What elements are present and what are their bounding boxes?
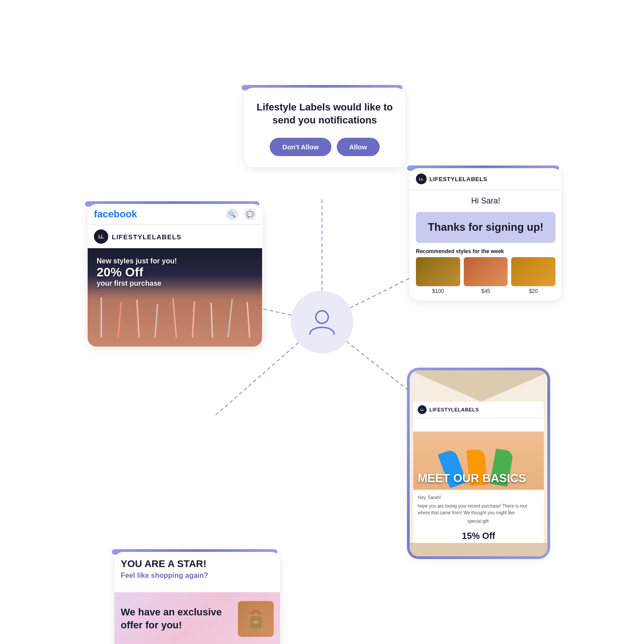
mail-brand-header: LL LIFESTYLELABELS [413,402,544,418]
mail-special: special gift: [418,518,539,525]
search-icon[interactable]: 🔍 [226,208,238,220]
mail-hero: MEET OUR BASICS [413,418,544,490]
sms-card-wrapper: YOU ARE A STAR! Feel like shopping again… [112,549,277,555]
ad-text-overlay: New styles just for you! 20% Off your fi… [97,257,253,288]
facebook-ad-image: New styles just for you! 20% Off your fi… [88,248,262,347]
email-thanks: Thanks for signing up! [425,221,547,234]
mail-hero-text: MEET OUR BASICS [418,471,539,485]
facebook-ad-wrapper: facebook 🔍 💬 LL LIFESTYLELABELS [85,201,259,207]
mail-discount: 15% Off [413,529,544,543]
mail-brand-logo: LL [418,405,427,414]
sms-header: YOU ARE A STAR! Feel like shopping again… [114,552,280,592]
mail-content: Hey, Sarah! hope you are loving your rec… [413,490,544,529]
sms-you-are-star: YOU ARE A STAR! [121,558,274,570]
email-signup-card: LL LIFESTYLELABELS Hi Sara! Thanks for s… [410,168,562,301]
email-greeting: Hi Sara! [410,190,562,212]
allow-button[interactable]: Allow [337,138,380,156]
mail-brand-name: LIFESTYLELABELS [429,407,479,412]
facebook-ad-card: facebook 🔍 💬 LL LIFESTYLELABELS [88,204,262,347]
sms-offer-section: We have an exclusive offer for you! [114,592,280,644]
notification-card: Lifestyle Labels would like to send you … [244,88,405,167]
mail-greeting: Hey, Sarah! [418,494,539,501]
product-skirt-price: $45 [464,288,508,294]
ad-new-styles: New styles just for you! [97,257,253,265]
direct-mail-card: LL LIFESTYLELABELS MEET OUR BASICS Hey, … [410,370,547,556]
notification-card-wrapper: Lifestyle Labels would like to send you … [242,85,402,90]
product-skirt-img [464,257,508,286]
mail-body: hope you are loving your recent purchase… [418,503,539,516]
messenger-icon[interactable]: 💬 [244,208,256,220]
facebook-logo: facebook [94,208,137,220]
envelope-flap [410,370,547,402]
notification-title: Lifestyle Labels would like to send you … [255,101,394,127]
facebook-header: facebook 🔍 💬 [88,204,262,225]
email-header: LL LIFESTYLELABELS [410,168,562,190]
notification-buttons: Don't Allow Allow [255,138,394,156]
email-recommended: Recommended styles for the week [410,243,562,257]
facebook-brand-row: LL LIFESTYLELABELS [88,225,262,248]
facebook-icons: 🔍 💬 [226,208,256,220]
email-product-shoes: $100 [416,257,460,294]
svg-rect-8 [254,621,258,623]
product-hat-price: $20 [511,288,555,294]
dont-allow-button[interactable]: Don't Allow [270,138,331,156]
direct-mail-wrapper: LL LIFESTYLELABELS MEET OUR BASICS Hey, … [407,368,550,559]
person-avatar [291,291,353,353]
mail-letter: LL LIFESTYLELABELS MEET OUR BASICS Hey, … [413,402,544,543]
product-hat-img [511,257,555,286]
email-product-hat: $20 [511,257,555,294]
brand-name-fb: LIFESTYLELABELS [112,233,182,241]
envelope-bottom [410,543,547,556]
clothes-rack [92,293,258,338]
sms-feel-shopping: Feel like shopping again? [121,572,274,580]
sms-card: YOU ARE A STAR! Feel like shopping again… [114,552,280,644]
email-product-skirt: $45 [464,257,508,294]
sms-bag-image [238,601,274,637]
ad-first-purchase: your first purchase [97,280,253,288]
email-banner: Thanks for signing up! [416,212,555,243]
svg-point-5 [316,311,328,323]
product-shoes-img [416,257,460,286]
brand-logo-small: LL [94,229,108,244]
ad-discount: 20% Off [97,265,253,280]
email-products: $100 $45 $20 [410,257,562,301]
email-logo: LL [416,174,427,184]
email-signup-wrapper: LL LIFESTYLELABELS Hi Sara! Thanks for s… [407,165,559,171]
product-shoes-price: $100 [416,288,460,294]
email-brand-name: LIFESTYLELABELS [429,176,487,182]
sms-offer-text: We have an exclusive offer for you! [121,606,232,631]
